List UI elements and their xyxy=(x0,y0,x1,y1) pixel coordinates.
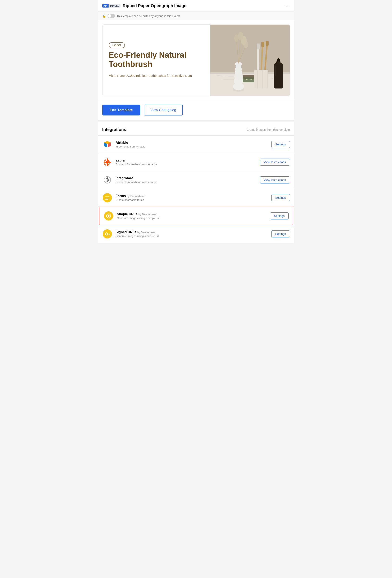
airtable-info: Airtable Import data from Airtable xyxy=(116,141,268,148)
svg-rect-36 xyxy=(266,41,269,46)
svg-rect-21 xyxy=(243,77,254,79)
page-title: Ripped Paper Opengraph Image xyxy=(123,3,186,8)
action-bar: Edit Template View Changelog xyxy=(98,100,294,120)
svg-rect-34 xyxy=(261,42,264,47)
svg-point-47 xyxy=(106,161,109,164)
preview-section: LOGO Eco-Friendly Natural Toothbrush Mic… xyxy=(98,20,294,100)
forms-settings-button[interactable]: Settings xyxy=(271,194,290,201)
forms-name: Forms by Bannerbear xyxy=(116,194,268,198)
logo-badge: LOGO xyxy=(109,42,125,48)
svg-rect-48 xyxy=(107,158,108,161)
integration-row-zapier: Zapier Connect Bannerbear to other apps … xyxy=(98,153,294,171)
simple-urls-desc: Generate images using a simple url xyxy=(117,217,267,220)
svg-rect-62 xyxy=(105,196,109,197)
toggle-label: This template can be edited by anyone in… xyxy=(117,14,180,18)
airtable-desc: Import data from Airtable xyxy=(116,145,268,148)
svg-rect-51 xyxy=(108,162,111,163)
integration-row-simple-urls: Simple URLs by Bannerbear Generate image… xyxy=(99,207,293,225)
zapier-icon xyxy=(102,157,112,167)
simple-urls-settings-button[interactable]: Settings xyxy=(270,212,289,219)
simple-urls-icon xyxy=(103,211,114,221)
signed-urls-name: Signed URLs by Bannerbear xyxy=(116,230,268,234)
svg-rect-40 xyxy=(275,65,276,76)
airtable-icon xyxy=(102,139,112,149)
lock-icon: 🔒 xyxy=(102,14,106,18)
simple-urls-name: Simple URLs by Bannerbear xyxy=(117,212,267,216)
badge-group: API IMAGES xyxy=(102,4,121,7)
integromat-info: Integromat Connect Bannerbear to other a… xyxy=(116,176,256,184)
forms-desc: Create shareable forms xyxy=(116,198,268,201)
svg-point-17 xyxy=(234,35,239,42)
view-changelog-button[interactable]: View Changelog xyxy=(144,105,183,115)
zapier-view-instructions-button[interactable]: View Instructions xyxy=(260,159,290,166)
preview-left: LOGO Eco-Friendly Natural Toothbrush Mic… xyxy=(102,25,210,96)
integration-row-signed-urls: Signed URLs by Bannerbear Generate image… xyxy=(98,225,294,243)
edit-toggle[interactable] xyxy=(107,14,115,18)
integration-row-airtable: Airtable Import data from Airtable Setti… xyxy=(98,136,294,153)
preview-subtitle: Micro Nano 20,000 Bristles Toothbrushes … xyxy=(109,73,204,78)
integromat-view-instructions-button[interactable]: View Instructions xyxy=(260,176,290,184)
preview-title: Eco-Friendly Natural Toothbrush xyxy=(109,51,204,69)
badge-api: API xyxy=(102,4,108,7)
signed-urls-settings-button[interactable]: Settings xyxy=(271,230,290,238)
svg-rect-59 xyxy=(107,177,108,178)
integration-row-forms: Forms by Bannerbear Create shareable for… xyxy=(98,189,294,207)
integrations-section: Integrations Create images from this tem… xyxy=(98,122,294,243)
svg-point-16 xyxy=(238,32,243,40)
svg-rect-63 xyxy=(105,198,109,198)
preview-image xyxy=(210,25,290,96)
zapier-desc: Connect Bannerbear to other apps xyxy=(116,163,256,166)
integrations-subtitle: Create images from this template xyxy=(247,128,290,131)
integration-row-integromat: i Integromat Connect Bannerbear to other… xyxy=(98,171,294,189)
svg-rect-50 xyxy=(103,162,106,163)
integromat-name: Integromat xyxy=(116,176,256,180)
svg-rect-64 xyxy=(105,199,108,199)
forms-info: Forms by Bannerbear Create shareable for… xyxy=(116,194,268,201)
edit-template-button[interactable]: Edit Template xyxy=(102,105,140,115)
signed-urls-icon xyxy=(102,229,112,239)
header: API IMAGES Ripped Paper Opengraph Image … xyxy=(98,0,294,12)
svg-text:i: i xyxy=(107,178,108,182)
more-options-button[interactable]: ··· xyxy=(285,3,290,8)
svg-rect-32 xyxy=(257,44,260,49)
integrations-title: Integrations xyxy=(102,127,126,132)
integromat-desc: Connect Bannerbear to other apps xyxy=(116,181,256,184)
svg-rect-22 xyxy=(254,70,268,89)
zapier-name: Zapier xyxy=(116,159,256,162)
simple-urls-info: Simple URLs by Bannerbear Generate image… xyxy=(117,212,267,220)
integromat-icon: i xyxy=(102,175,112,185)
svg-point-18 xyxy=(244,41,248,48)
airtable-name: Airtable xyxy=(116,141,268,144)
integrations-header: Integrations Create images from this tem… xyxy=(98,122,294,136)
zapier-info: Zapier Connect Bannerbear to other apps xyxy=(116,159,256,166)
svg-rect-38 xyxy=(276,61,281,65)
forms-icon xyxy=(102,193,112,203)
signed-urls-info: Signed URLs by Bannerbear Generate image… xyxy=(116,230,268,238)
toggle-bar: 🔒 This template can be edited by anyone … xyxy=(98,12,294,20)
airtable-settings-button[interactable]: Settings xyxy=(271,141,290,148)
svg-point-39 xyxy=(277,58,280,61)
preview-card: LOGO Eco-Friendly Natural Toothbrush Mic… xyxy=(102,24,290,96)
signed-urls-desc: Generate images using a secure url xyxy=(116,235,268,238)
svg-rect-49 xyxy=(107,163,108,166)
header-left: API IMAGES Ripped Paper Opengraph Image xyxy=(102,3,186,8)
badge-images: IMAGES xyxy=(109,4,120,7)
